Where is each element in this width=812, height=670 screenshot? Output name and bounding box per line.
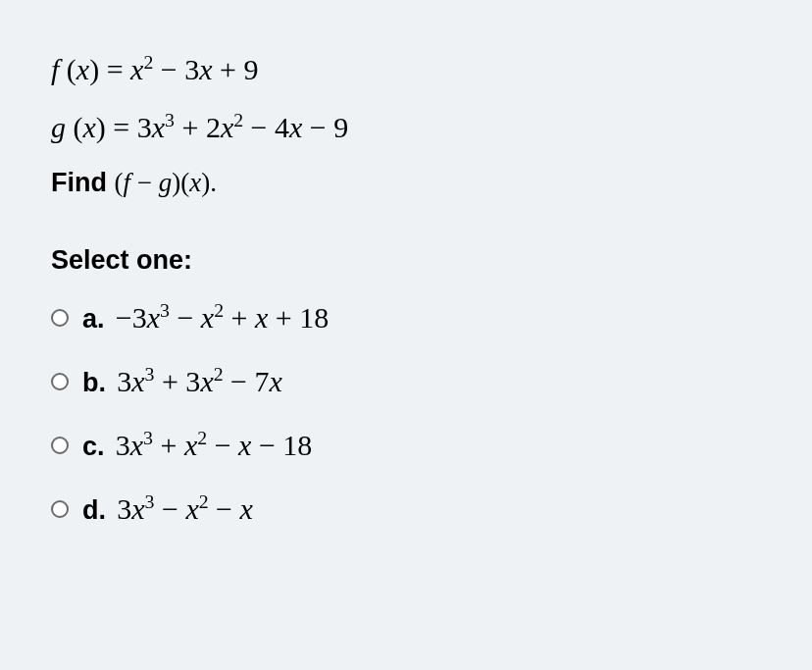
find-math: (f − g)(x). <box>114 168 216 197</box>
find-prefix: Find <box>51 168 114 197</box>
option-math: 3x3 − x2 − x <box>117 492 253 525</box>
radio-icon[interactable] <box>51 437 69 454</box>
option-letter: d. <box>82 495 106 525</box>
option-math: −3x3 − x2 + x + 18 <box>116 301 329 334</box>
select-one-label: Select one: <box>51 240 761 281</box>
option-letter: c. <box>82 432 105 461</box>
option-letter: a. <box>82 304 105 334</box>
option-math: 3x3 + x2 − x − 18 <box>116 429 313 461</box>
g-definition: g (x) = 3x3 + 2x2 − 4x − 9 <box>51 105 761 149</box>
option-a[interactable]: a. −3x3 − x2 + x + 18 <box>51 295 761 339</box>
find-instruction: Find (f − g)(x). <box>51 163 761 203</box>
radio-icon[interactable] <box>51 500 69 518</box>
option-b[interactable]: b. 3x3 + 3x2 − 7x <box>51 359 761 403</box>
f-definition: f (x) = x2 − 3x + 9 <box>51 47 761 91</box>
question-block: f (x) = x2 − 3x + 9 g (x) = 3x3 + 2x2 − … <box>51 47 761 531</box>
option-c[interactable]: c. 3x3 + x2 − x − 18 <box>51 423 761 467</box>
options-group: a. −3x3 − x2 + x + 18 b. 3x3 + 3x2 − 7x … <box>51 295 761 531</box>
option-d[interactable]: d. 3x3 − x2 − x <box>51 487 761 531</box>
radio-icon[interactable] <box>51 309 69 327</box>
option-math: 3x3 + 3x2 − 7x <box>117 365 282 397</box>
radio-icon[interactable] <box>51 373 69 390</box>
option-letter: b. <box>82 368 106 397</box>
